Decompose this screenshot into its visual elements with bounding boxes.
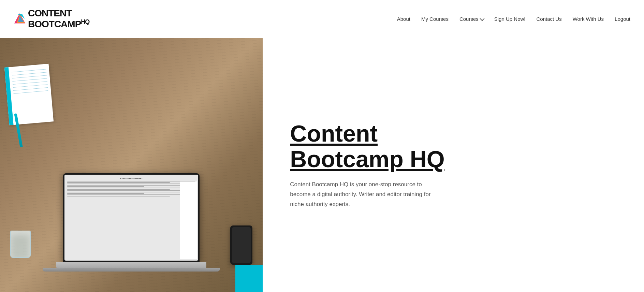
nav-courses-dropdown[interactable]: Courses: [459, 16, 483, 22]
hero-image: EXECUTIVE SUMMARY: [0, 38, 263, 292]
site-header: CONTENT BOOTCAMPHQ About My Courses Cour…: [0, 0, 644, 38]
hero-content: Content Bootcamp HQ Content Bootcamp HQ …: [263, 38, 644, 292]
nav-sign-up[interactable]: Sign Up Now!: [494, 16, 526, 22]
glass-decoration: [10, 231, 31, 258]
nav-work-with-us[interactable]: Work With Us: [573, 16, 604, 22]
nav-about[interactable]: About: [397, 16, 410, 22]
laptop-decoration: EXECUTIVE SUMMARY: [43, 173, 220, 272]
main-nav: About My Courses Courses Sign Up Now! Co…: [397, 16, 630, 22]
chevron-down-icon: [480, 16, 484, 21]
nav-my-courses[interactable]: My Courses: [421, 16, 449, 22]
teal-accent-decoration: [235, 265, 263, 292]
nav-contact[interactable]: Contact Us: [537, 16, 562, 22]
nav-logout[interactable]: Logout: [615, 16, 630, 22]
logo-icon: [14, 13, 26, 25]
phone-decoration: [230, 225, 252, 265]
hero-title: Content Bootcamp HQ: [290, 121, 444, 172]
notebook-decoration: [4, 64, 54, 126]
logo-text: CONTENT BOOTCAMPHQ: [28, 8, 89, 30]
logo[interactable]: CONTENT BOOTCAMPHQ: [14, 8, 89, 30]
hero-section: EXECUTIVE SUMMARY: [0, 38, 644, 292]
hero-description: Content Bootcamp HQ is your one-stop res…: [290, 180, 433, 209]
